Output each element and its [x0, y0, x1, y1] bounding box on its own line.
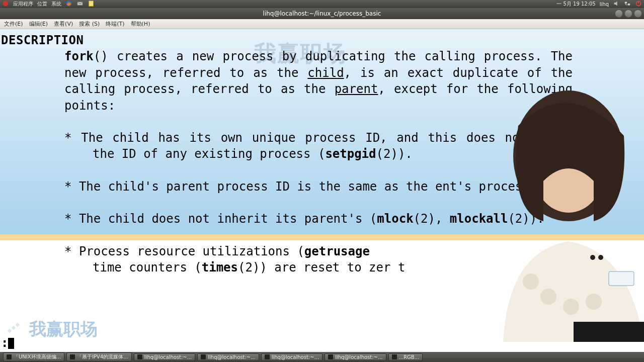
less-prompt: : — [1, 335, 14, 351]
task-item[interactable]: lihq@localhost:~... — [134, 353, 195, 361]
description-paragraph: fork() creates a new process by duplicat… — [64, 48, 573, 114]
maximize-button[interactable] — [624, 10, 632, 18]
terminal-icon — [328, 354, 333, 359]
close-button[interactable] — [634, 10, 642, 18]
bullet-2: * The child's parent process ID is the s… — [64, 178, 573, 195]
volume-icon[interactable] — [613, 0, 620, 8]
menu-applications[interactable]: 应用程序 — [13, 1, 33, 8]
svg-rect-9 — [12, 326, 16, 330]
manpage-text: DESCRIPTION fork() creates a new process… — [0, 29, 644, 276]
gnome-top-panel: 应用程序 位置 系统 一 5月 19 12:05 lihq — [0, 0, 644, 8]
task-item[interactable]: lihq@localhost:~... — [261, 353, 323, 361]
network-icon[interactable] — [624, 0, 631, 8]
terminal-icon — [201, 354, 206, 359]
terminal-icon — [265, 354, 270, 359]
menu-places[interactable]: 位置 — [37, 1, 47, 8]
rhel-icon — [2, 0, 9, 8]
menu-system[interactable]: 系统 — [51, 1, 61, 8]
app-icon — [7, 354, 12, 359]
menu-terminal[interactable]: 终端(T) — [106, 20, 124, 28]
power-icon[interactable] — [635, 0, 642, 8]
firefox-icon[interactable] — [65, 0, 72, 8]
svg-point-16 — [586, 294, 602, 310]
task-item[interactable]: 「UNIX环境高级编... — [3, 352, 64, 361]
menu-edit[interactable]: 编辑(E) — [29, 20, 48, 28]
svg-rect-3 — [89, 1, 94, 7]
note-icon[interactable] — [88, 0, 95, 8]
svg-point-15 — [563, 299, 579, 315]
task-item[interactable]: lihq@localhost:~... — [197, 353, 259, 361]
menu-view[interactable]: 查看(V) — [54, 20, 73, 28]
bullet-1: * The child has its own unique process I… — [64, 130, 573, 162]
svg-rect-10 — [16, 323, 20, 327]
app-icon — [392, 354, 397, 359]
svg-rect-8 — [8, 329, 12, 333]
window-title: lihq@localhost:~/linux_c/process_basic — [263, 10, 381, 17]
terminal-content[interactable]: 我赢职场 DESCRIPTION fork() creates a new pr… — [0, 29, 644, 352]
bullet-4: * Process resource utilizations (getrusa… — [64, 243, 573, 276]
username-label[interactable]: lihq — [600, 2, 609, 7]
text-cursor — [8, 338, 14, 349]
menu-search[interactable]: 搜索 (S) — [79, 20, 100, 28]
menu-help[interactable]: 帮助(H) — [131, 20, 150, 28]
mail-icon[interactable] — [76, 0, 84, 8]
window-titlebar[interactable]: lihq@localhost:~/linux_c/process_basic — [0, 8, 644, 19]
svg-rect-4 — [625, 2, 627, 4]
menu-file[interactable]: 文件(E) — [4, 20, 23, 28]
svg-point-14 — [540, 289, 556, 305]
minimize-button[interactable] — [615, 10, 623, 18]
task-item[interactable]: 「基于IPV4的流媒体... — [66, 352, 132, 361]
svg-rect-17 — [574, 322, 644, 342]
terminal-icon — [137, 354, 142, 359]
bullet-3: * The child does not inherit its parent'… — [64, 211, 573, 227]
task-item[interactable]: ...RGB... — [388, 353, 423, 361]
svg-rect-7 — [638, 1, 639, 4]
watermark-logo: 我赢职场 — [6, 318, 98, 341]
section-heading: DESCRIPTION — [1, 32, 643, 48]
clock[interactable]: 一 5月 19 12:05 — [556, 1, 595, 8]
svg-point-13 — [523, 274, 539, 290]
app-icon — [70, 354, 75, 359]
gnome-bottom-panel: 「UNIX环境高级编... 「基于IPV4的流媒体... lihq@localh… — [0, 352, 644, 362]
terminal-menubar: 文件(E) 编辑(E) 查看(V) 搜索 (S) 终端(T) 帮助(H) — [0, 19, 644, 29]
task-item[interactable]: lihq@localhost:~... — [325, 353, 386, 361]
svg-point-0 — [3, 1, 9, 7]
